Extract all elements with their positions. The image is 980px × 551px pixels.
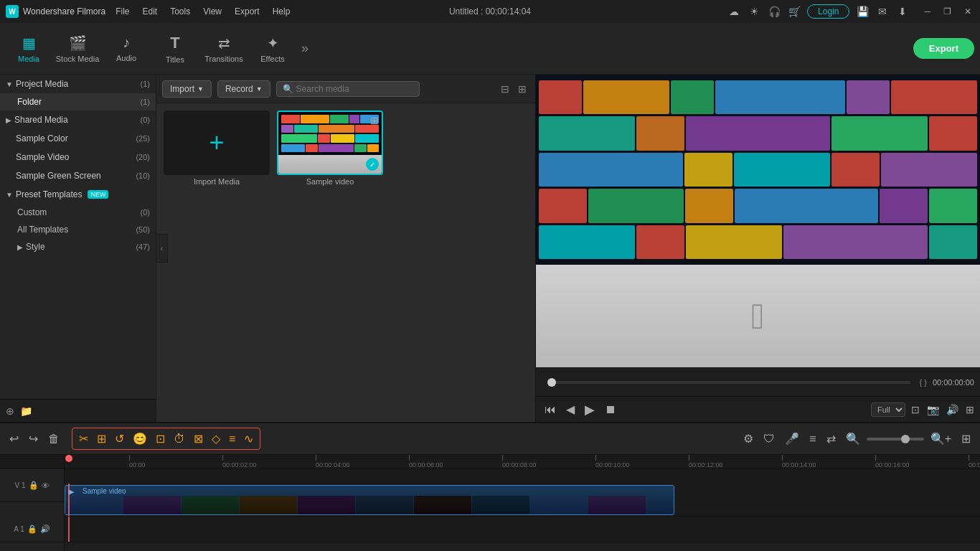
- record-button[interactable]: Record ▼: [217, 80, 270, 98]
- video-clip-sample[interactable]: ▶ Sample video: [65, 485, 674, 515]
- cart-icon[interactable]: 🛒: [787, 4, 801, 19]
- step-back-button[interactable]: ⏮: [542, 402, 559, 418]
- sidebar-section-project-media[interactable]: ▼ Project Media (1): [0, 75, 156, 93]
- sidebar-item-sample-color[interactable]: Sample Color (25): [0, 129, 156, 148]
- track-a1-lock[interactable]: 🔒: [27, 524, 37, 534]
- mic-icon[interactable]: 🎤: [781, 430, 803, 448]
- sidebar-section-preset-templates[interactable]: ▼ Preset Templates NEW: [0, 185, 156, 204]
- fullscreen-icon[interactable]: ⊡: [911, 404, 920, 415]
- expand-icon[interactable]: ⊞: [966, 404, 974, 415]
- audio-settings-icon[interactable]: ≡: [806, 430, 819, 448]
- titlebar: W Wondershare Filmora File Edit Tools Vi…: [0, 0, 980, 23]
- timer-tool[interactable]: ⏱: [170, 430, 189, 448]
- export-button[interactable]: Export: [913, 38, 974, 59]
- cloud-icon[interactable]: ☁: [727, 4, 741, 19]
- rotate-tool[interactable]: ↺: [111, 430, 128, 448]
- tick: [689, 455, 689, 461]
- tick: [502, 455, 503, 461]
- filter-icon[interactable]: ⊟: [498, 82, 512, 96]
- fit-icon[interactable]: ⊞: [958, 430, 974, 448]
- progress-bar[interactable]: [547, 381, 910, 384]
- save-icon[interactable]: 💾: [855, 4, 870, 19]
- zoom-slider[interactable]: [867, 438, 924, 441]
- quality-select[interactable]: Full 1/2 1/4: [871, 402, 905, 417]
- zoom-thumb[interactable]: [901, 435, 910, 443]
- wave-tool[interactable]: ∿: [240, 430, 257, 448]
- transition-icon[interactable]: ⇄: [823, 430, 839, 448]
- zoom-in-icon[interactable]: 🔍+: [927, 430, 955, 448]
- track-v1-eye[interactable]: 👁: [42, 481, 50, 490]
- search-input[interactable]: [296, 84, 413, 94]
- download-icon[interactable]: ⬇: [895, 4, 910, 19]
- expand-tool[interactable]: ⊠: [190, 430, 207, 448]
- preview-area:  { } 00:00:00:00 ⏮ ◀ ▶ ⏹: [535, 75, 980, 422]
- toolbar-media[interactable]: ▦ Media: [6, 26, 52, 72]
- clip-thumb-2: [123, 496, 181, 515]
- toolbar-more[interactable]: »: [298, 38, 311, 59]
- folder-label: Folder: [17, 97, 42, 107]
- prev-frame-button[interactable]: ◀: [563, 401, 578, 418]
- delete-button[interactable]: 🗑: [44, 430, 63, 448]
- shield-icon[interactable]: 🛡: [760, 430, 778, 448]
- zoom-out-icon[interactable]: 🔍: [842, 430, 864, 448]
- clip-thumb-9: [530, 496, 588, 515]
- add-folder-icon[interactable]: ⊕: [6, 405, 14, 417]
- menu-edit[interactable]: Edit: [137, 5, 164, 18]
- notification-icon[interactable]: ✉: [875, 4, 890, 19]
- sidebar-item-custom[interactable]: Custom (0): [0, 204, 156, 221]
- sidebar-item-style[interactable]: ▶ Style (47): [0, 238, 156, 255]
- sidebar-item-all-templates[interactable]: All Templates (50): [0, 221, 156, 238]
- diamond-tool[interactable]: ◇: [208, 430, 224, 448]
- sidebar-item-folder[interactable]: Folder (1): [0, 93, 156, 110]
- minimize-button[interactable]: ─: [921, 6, 933, 17]
- toolbar-effects[interactable]: ✦ Effects: [250, 26, 296, 72]
- audio-track-a1[interactable]: [65, 517, 980, 542]
- clip-thumb-4: [240, 496, 297, 515]
- sidebar-section-shared-media[interactable]: ▶ Shared Media (0): [0, 110, 156, 129]
- track-v1-lock[interactable]: 🔒: [29, 481, 39, 490]
- emoji-tool[interactable]: 😊: [129, 430, 151, 448]
- tick-label: 00:00:16:00: [875, 461, 910, 468]
- sidebar-item-sample-green[interactable]: Sample Green Screen (10): [0, 166, 156, 185]
- redo-button[interactable]: ↪: [25, 430, 42, 448]
- cut-tool[interactable]: ✂: [75, 430, 92, 448]
- headset-icon[interactable]: 🎧: [767, 4, 781, 19]
- timeline-toolbar: ↩ ↪ 🗑 ✂ ⊞ ↺ 😊 ⊡ ⏱ ⊠ ◇ ≡ ∿ ⚙ 🛡 🎤 ≡ ⇄ 🔍: [0, 423, 980, 455]
- toolbar-titles[interactable]: T Titles: [152, 26, 198, 72]
- toolbar-transitions[interactable]: ⇄ Transitions: [201, 26, 247, 72]
- menu-tools[interactable]: Tools: [164, 5, 196, 18]
- undo-button[interactable]: ↩: [6, 430, 22, 448]
- titles-icon: T: [170, 34, 179, 52]
- track-a1-volume[interactable]: 🔊: [40, 524, 50, 534]
- volume-icon[interactable]: 🔊: [946, 404, 958, 415]
- folder-count: (1): [141, 98, 150, 106]
- stop-button[interactable]: ⏹: [602, 402, 619, 418]
- toolbar-stock-media[interactable]: 🎬 Stock Media: [55, 26, 100, 72]
- sidebar-collapse-button[interactable]: ‹: [156, 234, 168, 263]
- tick: [782, 455, 783, 461]
- maximize-button[interactable]: ❐: [941, 6, 954, 17]
- tick: [969, 455, 969, 461]
- crop-tool[interactable]: ⊞: [93, 430, 110, 448]
- import-button[interactable]: Import ▼: [162, 80, 212, 98]
- menu-help[interactable]: Help: [267, 5, 296, 18]
- sample-video-thumb[interactable]: ⊞ ✓: [277, 110, 383, 175]
- close-button[interactable]: ✕: [961, 6, 974, 17]
- menu-view[interactable]: View: [197, 5, 227, 18]
- toolbar-audio[interactable]: ♪ Audio: [103, 26, 149, 72]
- login-button[interactable]: Login: [807, 4, 849, 19]
- eq-tool[interactable]: ≡: [225, 430, 239, 448]
- sidebar-item-sample-video[interactable]: Sample Video (20): [0, 148, 156, 166]
- menu-file[interactable]: File: [110, 5, 135, 18]
- camera-icon[interactable]: 📷: [927, 404, 939, 415]
- folder-icon[interactable]: 📁: [20, 405, 32, 417]
- settings-icon[interactable]: ⚙: [740, 430, 757, 448]
- menu-export[interactable]: Export: [229, 5, 265, 18]
- import-media-thumb[interactable]: +: [164, 110, 270, 175]
- play-button[interactable]: ▶: [582, 400, 598, 419]
- sun-icon[interactable]: ☀: [747, 4, 761, 19]
- snapshot-tool[interactable]: ⊡: [152, 430, 169, 448]
- grid-icon[interactable]: ⊞: [515, 82, 529, 96]
- sample-video-wrapper: ⊞ ✓ Sample video: [277, 110, 383, 186]
- video-track-v1[interactable]: ▶ Sample video: [65, 484, 980, 517]
